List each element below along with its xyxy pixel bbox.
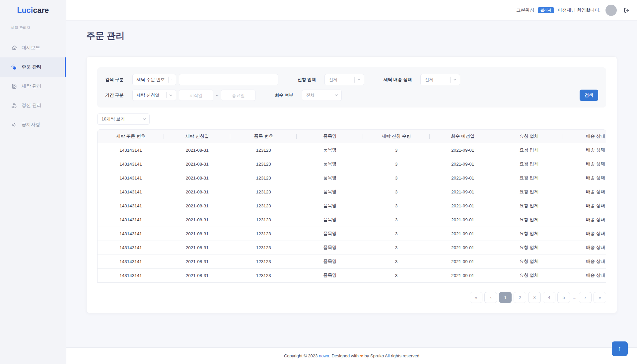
- table-cell: 143143141: [98, 143, 164, 157]
- table-cell: 요청 업체: [496, 185, 562, 199]
- pagesize-row: 10개씩 보기: [97, 113, 606, 125]
- pagination-page-button[interactable]: 5: [557, 292, 570, 303]
- pagination-page-button[interactable]: 3: [528, 292, 541, 303]
- pagination-page-button[interactable]: 2: [514, 292, 526, 303]
- table-cell: 143143141: [98, 157, 164, 171]
- select-divider: [354, 77, 355, 83]
- company-select-value: 전체: [329, 77, 351, 83]
- table-cell: 요청 업체: [496, 227, 562, 241]
- pagination-last-button[interactable]: »: [594, 292, 606, 303]
- table-cell: 143143141: [98, 213, 164, 227]
- sidebar: Lucicare 세탁 관리자 대시보드 주문 관리 세탁 관리: [0, 0, 66, 364]
- table-cell: 2021-09-01: [430, 268, 496, 282]
- table-cell: 배송 상태: [562, 199, 606, 213]
- table-cell: 품목명: [297, 199, 363, 213]
- chevron-down-icon: [169, 93, 173, 97]
- delivery-status-value: 전체: [425, 77, 447, 83]
- table-cell: 2021-08-31: [164, 241, 230, 255]
- table-cell: 2021-08-31: [164, 171, 230, 185]
- table-row: 1431431412021-08-31123123품목명32021-09-01요…: [98, 241, 606, 255]
- footer-copyright: Copyright © 2023: [284, 353, 319, 358]
- delivery-status-select[interactable]: 전체: [420, 74, 460, 85]
- table-cell: 2021-08-31: [164, 199, 230, 213]
- pickup-select[interactable]: 전체: [302, 90, 342, 101]
- table-cell: 123123: [230, 199, 297, 213]
- table-cell: 2021-08-31: [164, 213, 230, 227]
- table-cell: 2021-08-31: [164, 268, 230, 282]
- table-cell: 품목명: [297, 185, 363, 199]
- table-row: 1431431412021-08-31123123품목명32021-09-01요…: [98, 143, 606, 157]
- logout-button[interactable]: [623, 7, 630, 14]
- table-cell: 143143141: [98, 227, 164, 241]
- main-area: 그린워싱 관리자 이정재님 환영합니다. 주문 관리 검색 구분 세탁 주문 번…: [66, 0, 637, 364]
- pagination-prev-button[interactable]: ‹: [484, 292, 497, 303]
- end-date-input[interactable]: [221, 90, 255, 101]
- megaphone-icon: [11, 122, 17, 128]
- orders-card: 검색 구분 세탁 주문 번호 신청 업체 전체: [86, 56, 617, 313]
- select-divider: [140, 116, 140, 122]
- table-cell: 품목명: [297, 143, 363, 157]
- filter-row-2: 기간 구분 세탁 신청일 ~ 회수 여부: [105, 90, 598, 101]
- table-cell: 품목명: [297, 157, 363, 171]
- table-cell: 143143141: [98, 268, 164, 282]
- footer-text-middle: . Designed with: [329, 353, 359, 358]
- pagination-page-button[interactable]: 4: [543, 292, 555, 303]
- brand-logo[interactable]: Lucicare: [0, 0, 66, 21]
- table-cell: 품목명: [297, 227, 363, 241]
- table-cell: 123123: [230, 213, 297, 227]
- sidebar-item-settlement[interactable]: 정산 관리: [0, 96, 66, 115]
- page-size-select[interactable]: 10개씩 보기: [97, 113, 150, 125]
- select-divider: [450, 77, 451, 83]
- footer-nowa-link[interactable]: nowa: [319, 353, 329, 358]
- search-type-label: 검색 구분: [105, 77, 124, 83]
- pagination-next-button[interactable]: ›: [579, 292, 592, 303]
- filter-panel: 검색 구분 세탁 주문 번호 신청 업체 전체: [97, 67, 606, 108]
- app-root: Lucicare 세탁 관리자 대시보드 주문 관리 세탁 관리: [0, 0, 637, 364]
- table-cell: 2021-09-01: [430, 241, 496, 255]
- table-cell: 143143141: [98, 241, 164, 255]
- page-size-value: 10개씩 보기: [102, 116, 136, 122]
- table-cell: 143143141: [98, 199, 164, 213]
- period-type-label: 기간 구분: [105, 92, 124, 98]
- scroll-to-top-button[interactable]: ↑: [612, 341, 628, 356]
- period-type-value: 세탁 신청일: [137, 92, 163, 98]
- table-cell: 2021-08-31: [164, 157, 230, 171]
- logout-icon: [623, 7, 630, 14]
- start-date-input[interactable]: [179, 90, 213, 101]
- table-cell: 배송 상태: [562, 171, 606, 185]
- table-cell: 2021-08-31: [164, 143, 230, 157]
- sidebar-item-laundry[interactable]: 세탁 관리: [0, 77, 66, 96]
- search-type-select[interactable]: 세탁 주문 번호: [132, 74, 176, 85]
- filter-row-1: 검색 구분 세탁 주문 번호 신청 업체 전체: [105, 74, 598, 85]
- table-cell: 2021-09-01: [430, 143, 496, 157]
- table-body: 1431431412021-08-31123123품목명32021-09-01요…: [98, 143, 606, 282]
- table-cell: 2021-09-01: [430, 227, 496, 241]
- search-type-value: 세탁 주문 번호: [137, 77, 165, 83]
- select-divider: [166, 92, 167, 98]
- avatar[interactable]: [605, 5, 617, 16]
- table-cell: 2021-09-01: [430, 157, 496, 171]
- company-select[interactable]: 전체: [324, 74, 364, 85]
- table-cell: 123123: [230, 143, 297, 157]
- sidebar-item-label: 주문 관리: [22, 64, 41, 70]
- sidebar-item-orders[interactable]: 주문 관리: [0, 57, 66, 77]
- table-cell: 3: [363, 185, 429, 199]
- search-keyword-input[interactable]: [179, 74, 278, 85]
- table-cell: 배송 상태: [562, 241, 606, 255]
- table-cell: 품목명: [297, 171, 363, 185]
- sidebar-item-label: 정산 관리: [22, 103, 41, 109]
- table-cell: 123123: [230, 255, 297, 268]
- period-type-select[interactable]: 세탁 신청일: [132, 90, 176, 101]
- table-cell: 요청 업체: [496, 199, 562, 213]
- sidebar-item-dashboard[interactable]: 대시보드: [0, 38, 66, 57]
- pagination-ellipsis: ...: [572, 295, 577, 300]
- pagination-page-button[interactable]: 1: [499, 292, 512, 303]
- search-button[interactable]: 검색: [580, 90, 598, 101]
- sidebar-item-label: 공지사항: [22, 122, 40, 128]
- sidebar-item-notice[interactable]: 공지사항: [0, 115, 66, 134]
- col-request-date: 세탁 신청일: [164, 130, 230, 143]
- chevron-down-icon: [142, 117, 146, 121]
- table-row: 1431431412021-08-31123123품목명32021-09-01요…: [98, 213, 606, 227]
- pagination-first-button[interactable]: «: [470, 292, 482, 303]
- table-row: 1431431412021-08-31123123품목명32021-09-01요…: [98, 199, 606, 213]
